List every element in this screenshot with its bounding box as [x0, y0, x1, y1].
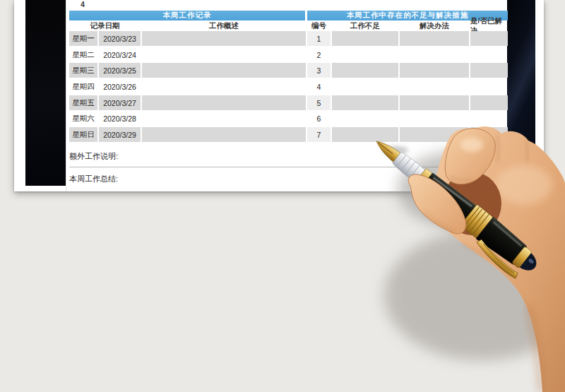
cell-work-summary[interactable]: [142, 95, 306, 110]
cell-resolved[interactable]: [470, 111, 508, 126]
cell-deficiency[interactable]: [332, 31, 398, 46]
table-row-saturday: 星期六 2020/3/28 6: [69, 111, 508, 126]
column-header-deficiency: 工作不足: [332, 20, 398, 31]
cell-day: 星期一: [69, 31, 97, 46]
cell-day: 星期日: [69, 127, 97, 142]
cell-deficiency[interactable]: [332, 127, 398, 142]
cell-resolved[interactable]: [470, 95, 508, 110]
cell-number: 6: [307, 111, 331, 126]
cell-work-summary[interactable]: [142, 127, 306, 142]
table-row-tuesday: 星期二 2020/3/24 2: [69, 47, 508, 62]
cell-deficiency[interactable]: [332, 79, 398, 94]
worksheet-area: 4 本周工作记录 本周工作中存在的不足与解决措施 记录日期 工作概述 编号 工作…: [66, 0, 507, 191]
cell-number: 5: [307, 95, 331, 110]
cell-solution[interactable]: [400, 127, 469, 142]
left-black-band: [25, 0, 66, 186]
cell-work-summary[interactable]: [142, 63, 306, 78]
cell-solution[interactable]: [400, 63, 469, 78]
cell-deficiency[interactable]: [332, 95, 398, 110]
table-row-thursday: 星期四 2020/3/26 4: [69, 79, 508, 94]
column-header-record-date: 记录日期: [69, 20, 141, 31]
cell-date: 2020/3/23: [99, 31, 141, 46]
cell-deficiency[interactable]: [332, 111, 398, 126]
table-row-monday: 星期一 2020/3/23 1: [69, 31, 508, 46]
section-header-row: 本周工作记录 本周工作中存在的不足与解决措施: [69, 11, 508, 20]
cell-date: 2020/3/24: [99, 47, 141, 62]
cell-work-summary[interactable]: [142, 31, 306, 46]
cell-solution[interactable]: [400, 79, 469, 94]
column-header-resolved: 是/否已解决: [470, 20, 508, 31]
cell-day: 星期六: [69, 111, 97, 126]
cell-solution[interactable]: [400, 47, 469, 62]
spreadsheet-card: 4 本周工作记录 本周工作中存在的不足与解决措施 记录日期 工作概述 编号 工作…: [14, 0, 544, 191]
weekly-summary-label: 本周工作总结:: [69, 174, 118, 184]
extra-work-notes-section[interactable]: 额外工作说明:: [69, 143, 506, 167]
cell-day: 星期五: [69, 95, 97, 110]
cell-number: 1: [307, 31, 331, 46]
cell-day: 星期三: [69, 63, 97, 78]
table-row-friday: 星期五 2020/3/27 5: [69, 95, 508, 110]
weekly-summary-section[interactable]: 本周工作总结:: [69, 168, 506, 189]
cell-date: 2020/3/26: [99, 79, 141, 94]
cell-resolved[interactable]: [470, 79, 508, 94]
cell-date: 2020/3/28: [99, 111, 141, 126]
cell-deficiency[interactable]: [332, 63, 398, 78]
cell-work-summary[interactable]: [142, 79, 306, 94]
cell-resolved[interactable]: [470, 127, 508, 142]
cell-resolved[interactable]: [470, 31, 508, 46]
cell-solution[interactable]: [400, 111, 469, 126]
cell-date: 2020/3/25: [99, 63, 141, 78]
section-header-weekly-record: 本周工作记录: [69, 11, 305, 20]
cell-number: 7: [307, 127, 331, 142]
cell-deficiency[interactable]: [332, 47, 398, 62]
table-row-wednesday: 星期三 2020/3/25 3: [69, 63, 508, 78]
cell-work-summary[interactable]: [142, 47, 306, 62]
cell-day: 星期二: [69, 47, 97, 62]
column-header-solution: 解决办法: [400, 20, 469, 31]
table-row-sunday: 星期日 2020/3/29 7: [69, 127, 508, 142]
cell-number: 4: [307, 79, 331, 94]
template-preview: 4 本周工作记录 本周工作中存在的不足与解决措施 记录日期 工作概述 编号 工作…: [0, 0, 565, 392]
cell-work-summary[interactable]: [142, 111, 306, 126]
column-header-row: 记录日期 工作概述 编号 工作不足 解决办法 是/否已解决: [69, 20, 508, 31]
cell-day: 星期四: [69, 79, 97, 94]
right-black-band: [507, 0, 535, 186]
row-number-leftover: 4: [76, 0, 89, 9]
cell-solution[interactable]: [400, 95, 469, 110]
column-header-work-summary: 工作概述: [142, 20, 306, 31]
cell-number: 2: [307, 47, 331, 62]
cell-date: 2020/3/29: [99, 127, 141, 142]
cell-date: 2020/3/27: [99, 95, 141, 110]
extra-work-notes-label: 额外工作说明:: [69, 151, 118, 162]
cell-resolved[interactable]: [470, 47, 508, 62]
cell-solution[interactable]: [400, 31, 469, 46]
column-header-number: 编号: [307, 20, 331, 31]
cell-resolved[interactable]: [470, 63, 508, 78]
cell-number: 3: [307, 63, 331, 78]
